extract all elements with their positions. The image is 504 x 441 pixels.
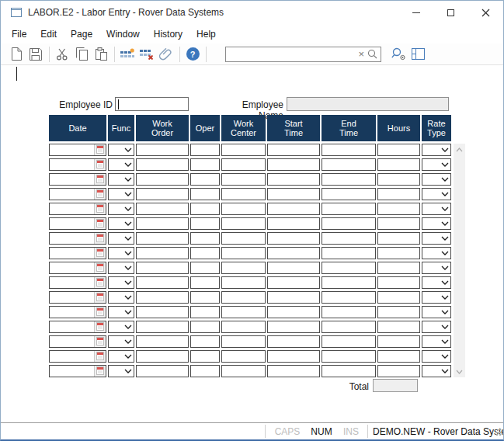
insert-row-button[interactable] <box>118 45 137 63</box>
date-picker-button[interactable] <box>94 203 106 214</box>
func-select[interactable] <box>108 365 134 377</box>
menu-help[interactable]: Help <box>189 24 223 43</box>
cut-button[interactable] <box>53 45 71 63</box>
hours-input[interactable] <box>378 277 419 288</box>
work-center-input[interactable] <box>222 174 265 185</box>
start-time-input[interactable] <box>268 233 319 244</box>
minimize-button[interactable] <box>398 1 433 24</box>
date-picker-button[interactable] <box>94 351 106 362</box>
work-order-input[interactable] <box>137 203 188 214</box>
search-clear-icon[interactable]: × <box>356 49 367 59</box>
hours-input[interactable] <box>378 203 419 214</box>
menu-history[interactable]: History <box>147 24 189 43</box>
date-input[interactable] <box>50 248 94 259</box>
work-order-input[interactable] <box>137 307 188 318</box>
start-time-input[interactable] <box>268 218 319 229</box>
start-time-input[interactable] <box>268 351 319 362</box>
hours-input[interactable] <box>378 159 419 170</box>
work-order-input[interactable] <box>137 351 188 362</box>
oper-input[interactable] <box>191 351 219 362</box>
end-time-input[interactable] <box>322 292 375 303</box>
menu-edit[interactable]: Edit <box>33 24 64 43</box>
end-time-input[interactable] <box>322 248 375 259</box>
oper-input[interactable] <box>191 262 219 273</box>
work-center-input[interactable] <box>222 144 265 155</box>
work-order-input[interactable] <box>137 218 188 229</box>
start-time-input[interactable] <box>268 248 319 259</box>
date-picker-button[interactable] <box>94 321 106 332</box>
hours-input[interactable] <box>378 321 419 332</box>
end-time-input[interactable] <box>322 321 375 332</box>
hours-input[interactable] <box>378 248 419 259</box>
rate-type-select[interactable] <box>422 350 451 363</box>
rate-type-select[interactable] <box>422 291 451 304</box>
oper-input[interactable] <box>191 336 219 347</box>
end-time-input[interactable] <box>322 203 375 214</box>
scroll-up-button[interactable] <box>454 144 465 155</box>
hours-input[interactable] <box>378 307 419 318</box>
rate-type-select[interactable] <box>422 173 451 186</box>
hours-input[interactable] <box>378 336 419 347</box>
work-center-input[interactable] <box>222 336 265 347</box>
rate-type-select[interactable] <box>422 321 451 333</box>
new-button[interactable] <box>7 45 26 63</box>
hours-input[interactable] <box>378 174 419 185</box>
start-time-input[interactable] <box>268 277 319 288</box>
work-order-input[interactable] <box>137 262 188 273</box>
date-input[interactable] <box>50 203 94 214</box>
rate-type-select[interactable] <box>422 262 451 274</box>
vertical-scrollbar[interactable] <box>454 144 465 377</box>
oper-input[interactable] <box>191 159 219 170</box>
work-center-input[interactable] <box>222 233 265 244</box>
help-button[interactable]: ? <box>183 45 202 63</box>
date-picker-button[interactable] <box>94 292 106 303</box>
work-center-input[interactable] <box>222 366 265 377</box>
rate-type-select[interactable] <box>422 144 451 156</box>
end-time-input[interactable] <box>322 159 375 170</box>
date-input[interactable] <box>50 233 94 244</box>
rate-type-select[interactable] <box>422 247 451 259</box>
date-picker-button[interactable] <box>94 233 106 244</box>
date-input[interactable] <box>50 292 94 303</box>
func-select[interactable] <box>108 203 134 215</box>
func-select[interactable] <box>108 350 134 363</box>
func-select[interactable] <box>108 188 134 200</box>
scroll-down-button[interactable] <box>454 366 465 377</box>
work-order-input[interactable] <box>137 144 188 155</box>
hours-input[interactable] <box>378 144 419 155</box>
oper-input[interactable] <box>191 233 219 244</box>
work-center-input[interactable] <box>222 307 265 318</box>
hours-input[interactable] <box>378 218 419 229</box>
oper-input[interactable] <box>191 277 219 288</box>
start-time-input[interactable] <box>268 321 319 332</box>
rate-type-select[interactable] <box>422 365 451 377</box>
func-select[interactable] <box>108 144 134 156</box>
func-select[interactable] <box>108 217 134 230</box>
end-time-input[interactable] <box>322 233 375 244</box>
date-input[interactable] <box>50 366 94 377</box>
work-order-input[interactable] <box>137 292 188 303</box>
rate-type-select[interactable] <box>422 306 451 318</box>
date-input[interactable] <box>50 321 94 332</box>
hours-input[interactable] <box>378 262 419 273</box>
work-center-input[interactable] <box>222 262 265 273</box>
end-time-input[interactable] <box>322 144 375 155</box>
menu-page[interactable]: Page <box>64 24 99 43</box>
attachment-button[interactable] <box>157 45 176 63</box>
work-center-input[interactable] <box>222 203 265 214</box>
func-select[interactable] <box>108 291 134 304</box>
func-select[interactable] <box>108 158 134 171</box>
work-center-input[interactable] <box>222 351 265 362</box>
hours-input[interactable] <box>378 366 419 377</box>
end-time-input[interactable] <box>322 174 375 185</box>
end-time-input[interactable] <box>322 336 375 347</box>
delete-row-button[interactable] <box>137 45 156 63</box>
hours-input[interactable] <box>378 351 419 362</box>
date-input[interactable] <box>50 218 94 229</box>
work-order-input[interactable] <box>137 159 188 170</box>
hours-input[interactable] <box>378 189 419 200</box>
employee-id-input[interactable] <box>115 97 189 111</box>
oper-input[interactable] <box>191 366 219 377</box>
menu-file[interactable]: File <box>5 24 33 43</box>
resize-grip[interactable] <box>494 427 502 438</box>
